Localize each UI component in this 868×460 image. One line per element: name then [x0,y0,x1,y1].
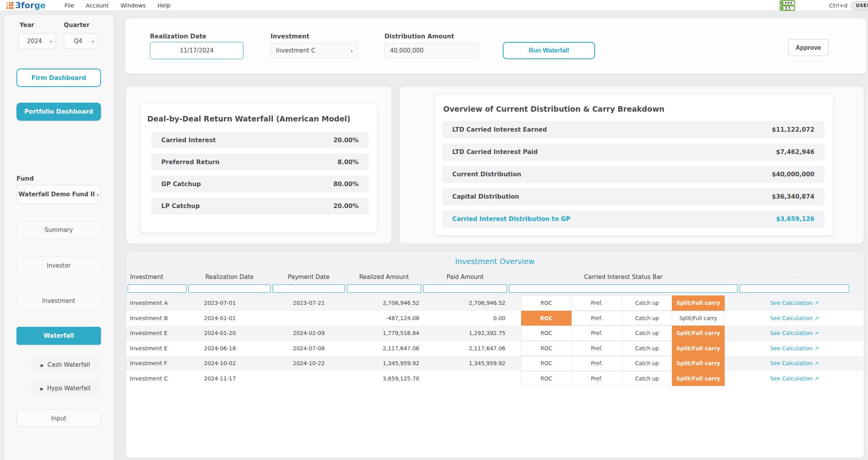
key-value-row: LTD Carried Interest Earned $11,122,072 [442,121,825,138]
see-calculation-link[interactable]: See Calculation ↗ [770,375,819,382]
filter-cell [188,284,271,293]
approve-button[interactable]: Approve [788,39,828,56]
cell-see-calculation: See Calculation ↗ [740,345,849,351]
column-filter-input[interactable] [509,284,738,293]
see-calculation-link[interactable]: See Calculation ↗ [770,300,819,306]
filter-cell [128,284,186,293]
see-calculation-link[interactable]: See Calculation ↗ [770,345,819,351]
column-filter-input[interactable] [423,284,507,293]
user-badge[interactable]: USER [851,1,868,10]
see-calculation-link[interactable]: See Calculation ↗ [770,360,819,366]
column-header[interactable]: Carried Interest Status Bar [509,273,738,281]
column-header[interactable]: – [740,273,849,281]
year-select[interactable]: 2024 [18,33,56,49]
input-button[interactable]: Input [16,409,101,427]
table-row[interactable]: Investment C 2024-11-17 3,659,125.70 ROC… [126,371,864,386]
investment-label: Investment [271,33,309,40]
key-value-row: Capital Distribution $36,340,874 [442,188,825,205]
status-stage: Pref. [571,341,622,356]
column-header[interactable]: Realized Amount [347,273,421,281]
portfolio-dashboard-button[interactable]: Portfolio Dashboard [16,103,101,121]
sidebar-item-investment[interactable]: Investment [16,292,101,310]
sidebar-item-summary[interactable]: Summary [16,221,101,239]
see-calculation-link[interactable]: See Calculation ↗ [770,330,819,336]
status-stage: Catch up [622,295,672,311]
status-stage: Catch up [622,326,672,341]
column-filter-input[interactable] [188,284,271,293]
cell-realized-amount: 2,706,946.52 [347,300,421,306]
row-label: LTD Carried Interest Paid [452,149,538,156]
carried-interest-status-bar: ROCPref.Catch upSplit/Full carry [509,356,738,371]
column-filter-input[interactable] [740,284,849,293]
fund-select[interactable]: Waterfall Demo Fund II [16,185,101,204]
column-filter-input[interactable] [347,284,421,293]
quarter-select[interactable]: Q4 [64,33,98,49]
sidebar-item-investor[interactable]: Investor [16,257,101,275]
quarter-label: Quarter [64,22,90,29]
status-stage: Split/Full carry [672,341,725,356]
row-value: 80.00% [333,181,359,188]
cell-realization-date: 2024-10-02 [188,360,271,366]
status-stage: ROC [521,311,572,326]
sidebar-subnav-label: Hypo Waterfall [47,385,90,392]
status-stage: Catch up [622,356,672,371]
quarter-select-value: Q4 [74,38,82,45]
cell-paid-amount: 2,117,647.06 [423,345,507,351]
carried-interest-status-bar: ROCPref.Catch upSplit/Full carry [509,311,738,326]
chevron-down-icon [350,47,353,54]
row-value: $40,000,000 [772,171,814,178]
key-value-row: Carried Interest Distribution to GP $3,6… [442,210,825,228]
status-stage: Catch up [622,341,672,356]
firm-dashboard-button[interactable]: Firm Dashboard [16,69,101,87]
row-value: $11,122,072 [772,126,814,133]
run-waterfall-button[interactable]: Run Waterfall [503,42,595,59]
status-stage: Split/Full carry [672,311,725,326]
sidebar-item-hypo-waterfall[interactable]: Hypo Waterfall [30,381,101,395]
menubar-menu-item[interactable]: Help [157,2,170,9]
sidebar-item-waterfall[interactable]: Waterfall [16,327,101,345]
menubar-menu-item[interactable]: Account [86,2,109,9]
status-stage: Pref. [571,356,622,371]
chevron-down-icon [92,38,94,45]
table-row[interactable]: Investment B 2024-01-01 -487,124.08 0.00… [126,311,864,326]
cell-payment-date: 2024-10-22 [272,360,345,366]
sidebar-item-cash-waterfall[interactable]: Cash Waterfall [30,358,101,371]
table-row[interactable]: Investment E 2024-01-20 2024-02-09 1,779… [126,326,864,341]
key-value-row: LTD Carried Interest Paid $7,462,946 [442,143,825,161]
table-row[interactable]: Investment E 2024-06-18 2024-07-08 2,117… [126,341,864,356]
cell-paid-amount: 2,706,946.52 [423,300,507,306]
column-header[interactable]: Investment [128,273,186,281]
external-link-arrow-icon: ↗ [814,360,819,366]
menubar-menu-item[interactable]: File [65,2,74,9]
expand-triangle-icon [41,361,44,368]
waterfall-panel-title: Deal-by-Deal Return Waterfall (American … [141,103,377,123]
cell-realized-amount: 3,659,125.70 [347,375,421,382]
cell-investment: Investment E [128,345,186,351]
cell-payment-date: 2024-02-09 [272,330,345,336]
status-stage: Split/Full carry [672,371,725,386]
row-value: $3,659,126 [776,216,814,223]
table-row[interactable]: Investment F 2024-10-02 2024-10-22 1,345… [126,356,864,371]
see-calculation-link[interactable]: See Calculation ↗ [770,315,819,321]
fund-label: Fund [16,175,34,182]
column-header[interactable]: Paid Amount [423,273,507,281]
cell-payment-date: 2024-07-08 [272,345,345,351]
status-stage: Pref. [571,295,622,311]
distribution-amount-input[interactable] [384,43,479,58]
menubar-menu-item[interactable]: Windows [121,2,146,9]
toolbar-card: Realization Date Investment Investment C… [125,18,866,74]
row-value: $36,340,874 [772,193,814,200]
row-label: LP Catchup [161,203,200,210]
distribution-amount-label: Distribution Amount [384,33,454,40]
filter-cell [272,284,345,293]
realization-date-input[interactable] [150,42,244,59]
column-header[interactable]: Realization Date [188,273,271,281]
row-label: Preferred Return [161,159,220,166]
table-row[interactable]: Investment A 2023-07-01 2023-07-21 2,706… [126,295,864,311]
session-status-icons[interactable] [780,0,796,11]
column-header[interactable]: Payment Date [272,273,345,281]
investment-select[interactable]: Investment C [271,43,357,58]
column-filter-input[interactable] [272,284,345,293]
table-header-row: InvestmentRealization DatePayment DateRe… [126,272,864,283]
column-filter-input[interactable] [128,284,186,293]
